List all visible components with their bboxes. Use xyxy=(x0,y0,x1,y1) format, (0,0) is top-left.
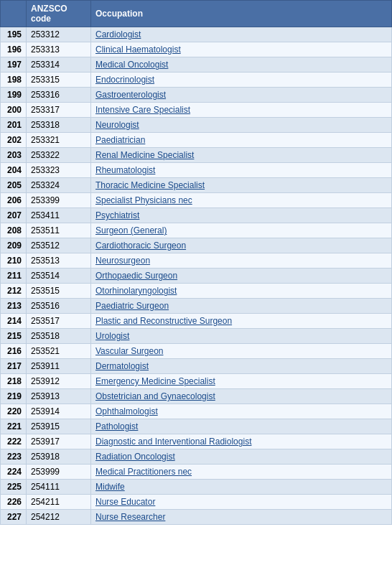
row-number: 226 xyxy=(1,495,27,510)
anzsco-code: 253512 xyxy=(27,238,91,253)
occupation-label[interactable]: Nurse Educator xyxy=(91,495,392,510)
row-number: 201 xyxy=(1,118,27,133)
anzsco-code: 253514 xyxy=(27,269,91,284)
header-num xyxy=(1,1,27,27)
anzsco-code: 253511 xyxy=(27,223,91,238)
anzsco-code: 253516 xyxy=(27,299,91,314)
occupation-label[interactable]: Diagnostic and Interventional Radiologis… xyxy=(91,434,392,449)
occupation-label[interactable]: Pathologist xyxy=(91,419,392,434)
table-header-row: ANZSCO code Occupation xyxy=(1,1,392,27)
row-number: 197 xyxy=(1,57,27,73)
occupation-label[interactable]: Renal Medicine Specialist xyxy=(91,148,392,163)
table-row: 208253511Surgeon (General) xyxy=(1,223,392,238)
row-number: 207 xyxy=(1,208,27,223)
anzsco-code: 253411 xyxy=(27,208,91,223)
occupation-table: ANZSCO code Occupation 195253312Cardiolo… xyxy=(0,0,392,525)
occupation-label[interactable]: Cardiologist xyxy=(91,27,392,42)
occupation-label[interactable]: Vascular Surgeon xyxy=(91,344,392,359)
table-row: 224253999Medical Practitioners nec xyxy=(1,465,392,480)
table-row: 198253315Endocrinologist xyxy=(1,73,392,88)
row-number: 222 xyxy=(1,434,27,449)
occupation-label[interactable]: Paediatrician xyxy=(91,133,392,148)
occupation-label[interactable]: Midwife xyxy=(91,480,392,495)
row-number: 206 xyxy=(1,193,27,208)
table-row: 225254111Midwife xyxy=(1,480,392,495)
table-row: 196253313Clinical Haematologist xyxy=(1,42,392,57)
occupation-label[interactable]: Thoracic Medicine Specialist xyxy=(91,178,392,193)
table-row: 209253512Cardiothoracic Surgeon xyxy=(1,238,392,253)
table-row: 210253513Neurosurgeon xyxy=(1,253,392,269)
table-row: 213253516Paediatric Surgeon xyxy=(1,299,392,314)
table-row: 207253411Psychiatrist xyxy=(1,208,392,223)
anzsco-code: 253917 xyxy=(27,434,91,449)
table-row: 214253517Plastic and Reconstructive Surg… xyxy=(1,314,392,329)
table-row: 211253514Orthopaedic Surgeon xyxy=(1,269,392,284)
row-number: 223 xyxy=(1,449,27,465)
table-row: 212253515Otorhinolaryngologist xyxy=(1,284,392,299)
row-number: 224 xyxy=(1,465,27,480)
occupation-label[interactable]: Specialist Physicians nec xyxy=(91,193,392,208)
occupation-label[interactable]: Cardiothoracic Surgeon xyxy=(91,238,392,253)
occupation-label[interactable]: Intensive Care Specialist xyxy=(91,103,392,118)
occupation-label[interactable]: Ophthalmologist xyxy=(91,404,392,419)
anzsco-code: 253918 xyxy=(27,449,91,465)
table-row: 216253521Vascular Surgeon xyxy=(1,344,392,359)
occupation-label[interactable]: Surgeon (General) xyxy=(91,223,392,238)
table-row: 195253312Cardiologist xyxy=(1,27,392,42)
row-number: 200 xyxy=(1,103,27,118)
table-row: 219253913Obstetrician and Gynaecologist xyxy=(1,389,392,404)
anzsco-code: 253312 xyxy=(27,27,91,42)
table-row: 222253917Diagnostic and Interventional R… xyxy=(1,434,392,449)
anzsco-code: 253515 xyxy=(27,284,91,299)
table-row: 218253912Emergency Medicine Specialist xyxy=(1,374,392,389)
occupation-label[interactable]: Dermatologist xyxy=(91,359,392,374)
occupation-label[interactable]: Emergency Medicine Specialist xyxy=(91,374,392,389)
occupation-label[interactable]: Neurologist xyxy=(91,118,392,133)
occupation-label[interactable]: Endocrinologist xyxy=(91,73,392,88)
occupation-label[interactable]: Plastic and Reconstructive Surgeon xyxy=(91,314,392,329)
table-row: 215253518Urologist xyxy=(1,329,392,344)
table-row: 202253321Paediatrician xyxy=(1,133,392,148)
anzsco-code: 254212 xyxy=(27,510,91,525)
table-row: 204253323Rheumatologist xyxy=(1,163,392,178)
occupation-label[interactable]: Psychiatrist xyxy=(91,208,392,223)
anzsco-code: 253518 xyxy=(27,329,91,344)
occupation-label[interactable]: Urologist xyxy=(91,329,392,344)
occupation-label[interactable]: Clinical Haematologist xyxy=(91,42,392,57)
anzsco-code: 253317 xyxy=(27,103,91,118)
table-row: 223253918Radiation Oncologist xyxy=(1,449,392,465)
anzsco-code: 253912 xyxy=(27,374,91,389)
occupation-label[interactable]: Otorhinolaryngologist xyxy=(91,284,392,299)
row-number: 211 xyxy=(1,269,27,284)
table-row: 199253316Gastroenterologist xyxy=(1,88,392,103)
occupation-label[interactable]: Paediatric Surgeon xyxy=(91,299,392,314)
row-number: 214 xyxy=(1,314,27,329)
occupation-label[interactable]: Medical Oncologist xyxy=(91,57,392,73)
occupation-label[interactable]: Orthopaedic Surgeon xyxy=(91,269,392,284)
row-number: 196 xyxy=(1,42,27,57)
row-number: 220 xyxy=(1,404,27,419)
row-number: 213 xyxy=(1,299,27,314)
occupation-label[interactable]: Medical Practitioners nec xyxy=(91,465,392,480)
anzsco-code: 253513 xyxy=(27,253,91,269)
anzsco-code: 253914 xyxy=(27,404,91,419)
occupation-label[interactable]: Nurse Researcher xyxy=(91,510,392,525)
occupation-label[interactable]: Rheumatologist xyxy=(91,163,392,178)
row-number: 217 xyxy=(1,359,27,374)
row-number: 215 xyxy=(1,329,27,344)
occupation-label[interactable]: Gastroenterologist xyxy=(91,88,392,103)
table-row: 227254212Nurse Researcher xyxy=(1,510,392,525)
anzsco-code: 253316 xyxy=(27,88,91,103)
anzsco-code: 253999 xyxy=(27,465,91,480)
occupation-label[interactable]: Obstetrician and Gynaecologist xyxy=(91,389,392,404)
anzsco-code: 253911 xyxy=(27,359,91,374)
row-number: 221 xyxy=(1,419,27,434)
occupation-label[interactable]: Radiation Oncologist xyxy=(91,449,392,465)
anzsco-code: 253324 xyxy=(27,178,91,193)
anzsco-code: 253321 xyxy=(27,133,91,148)
row-number: 203 xyxy=(1,148,27,163)
row-number: 216 xyxy=(1,344,27,359)
row-number: 219 xyxy=(1,389,27,404)
anzsco-code: 253313 xyxy=(27,42,91,57)
occupation-label[interactable]: Neurosurgeon xyxy=(91,253,392,269)
